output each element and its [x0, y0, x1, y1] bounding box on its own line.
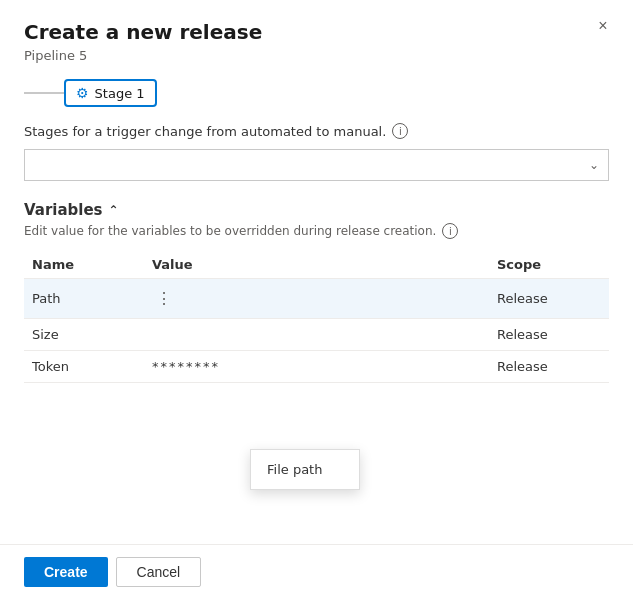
variables-section: Variables ⌃ Edit value for the variables…: [24, 201, 609, 383]
col-header-value: Value: [144, 251, 489, 279]
cell-name-path: Path: [24, 279, 144, 319]
cell-value-path[interactable]: ⋮: [144, 279, 489, 319]
context-menu: File path: [250, 449, 360, 490]
stages-section: Stages for a trigger change from automat…: [24, 123, 609, 181]
cell-scope-path: Release: [489, 279, 609, 319]
stage-pill: ⚙ Stage 1: [64, 79, 157, 107]
variables-info-icon[interactable]: i: [442, 223, 458, 239]
variables-title: Variables: [24, 201, 103, 219]
table-body: Path ⋮ Release Size Release: [24, 279, 609, 383]
cell-scope-size: Release: [489, 319, 609, 351]
stage-name: Stage 1: [95, 86, 145, 101]
create-release-dialog: × Create a new release Pipeline 5 ⚙ Stag…: [0, 0, 633, 599]
table-row: Size Release: [24, 319, 609, 351]
table-row: Token ******** Release: [24, 351, 609, 383]
table-header: Name Value Scope: [24, 251, 609, 279]
stages-dropdown[interactable]: [24, 149, 609, 181]
stages-dropdown-container: ⌄: [24, 149, 609, 181]
stage-pipeline: ⚙ Stage 1: [24, 79, 609, 107]
cell-value-size[interactable]: [144, 319, 489, 351]
stages-label: Stages for a trigger change from automat…: [24, 123, 609, 139]
context-menu-file-path[interactable]: File path: [251, 454, 359, 485]
create-button[interactable]: Create: [24, 557, 108, 587]
cancel-button[interactable]: Cancel: [116, 557, 202, 587]
table-row: Path ⋮ Release: [24, 279, 609, 319]
variables-table: Name Value Scope Path ⋮ Relea: [24, 251, 609, 383]
cell-scope-token: Release: [489, 351, 609, 383]
pipeline-name: Pipeline 5: [24, 48, 609, 63]
stage-line: [24, 92, 64, 94]
dialog-title: Create a new release: [24, 20, 609, 44]
cell-name-size: Size: [24, 319, 144, 351]
chevron-up-icon[interactable]: ⌃: [109, 203, 119, 217]
col-header-name: Name: [24, 251, 144, 279]
dialog-footer: Create Cancel: [0, 544, 633, 599]
dialog-header: Create a new release Pipeline 5: [0, 0, 633, 79]
stages-info-icon[interactable]: i: [392, 123, 408, 139]
col-header-scope: Scope: [489, 251, 609, 279]
dots-menu-button[interactable]: ⋮: [152, 287, 176, 310]
cell-value-token[interactable]: ********: [144, 351, 489, 383]
variables-header: Variables ⌃: [24, 201, 609, 219]
close-button[interactable]: ×: [589, 12, 617, 40]
scroll-area: ⚙ Stage 1 Stages for a trigger change fr…: [0, 79, 633, 544]
cell-name-token: Token: [24, 351, 144, 383]
variables-description: Edit value for the variables to be overr…: [24, 223, 609, 239]
stage-icon: ⚙: [76, 85, 89, 101]
